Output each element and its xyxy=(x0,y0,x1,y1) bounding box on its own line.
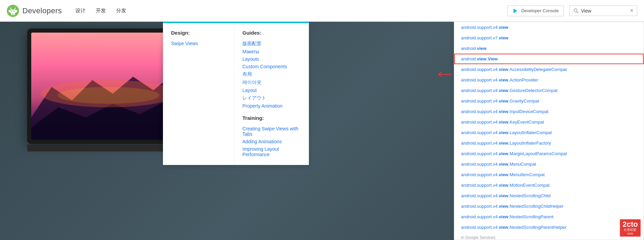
result-item-17[interactable]: android.support.v4.view.NestedScrollingC… xyxy=(454,201,644,211)
search-results-panel: android.support.v4.view android.support.… xyxy=(454,22,644,240)
result-item-15[interactable]: android.support.v4.view.MotionEventCompa… xyxy=(454,180,644,190)
result-item-3-highlighted[interactable]: android.view.View xyxy=(454,54,644,64)
svg-point-2 xyxy=(11,11,13,12)
watermark-sub-1: 红客联盟 xyxy=(623,228,638,232)
svg-point-13 xyxy=(574,9,577,12)
guides-item-8[interactable]: Property Animation xyxy=(242,102,300,110)
close-search-button[interactable]: × xyxy=(630,7,633,14)
svg-line-14 xyxy=(577,12,578,13)
design-column-header: Design: xyxy=(171,30,226,36)
site-title: Developers xyxy=(22,6,62,15)
result-item-4[interactable]: android.support.v4.view.AccessibilityDel… xyxy=(454,64,644,75)
result-item-18[interactable]: android.support.v4.view.NestedScrollingP… xyxy=(454,211,644,222)
result-item-10[interactable]: android.support.v4.view.LayoutInflaterCo… xyxy=(454,127,644,138)
svg-rect-11 xyxy=(13,13,15,15)
dropdown-menu: Design: Swipe Views Guides: 版面配置 Макеты … xyxy=(163,22,309,165)
dev-console-button[interactable]: Developer Console xyxy=(507,5,564,16)
result-item-0[interactable]: android.support.v4.view xyxy=(454,22,644,33)
svg-point-3 xyxy=(14,11,15,12)
main-area: Design: Swipe Views Guides: 版面配置 Макеты … xyxy=(0,22,644,240)
header-right: Developer Console × xyxy=(507,5,637,16)
main-nav: 设计 开发 分发 xyxy=(75,6,126,15)
guides-column: Guides: 版面配置 Макеты Layouts Custom Compo… xyxy=(234,23,309,165)
guides-item-5[interactable]: 레이아웃 xyxy=(242,78,300,87)
svg-point-7 xyxy=(15,7,16,8)
logo-area: Developers xyxy=(7,5,62,17)
design-column: Design: Swipe Views xyxy=(163,23,234,165)
svg-point-6 xyxy=(10,7,11,8)
search-input[interactable] xyxy=(581,8,628,14)
google-services-section-header: in Google Services: xyxy=(454,233,644,240)
result-item-19[interactable]: android.support.v4.view.NestedScrollingP… xyxy=(454,222,644,233)
search-icon xyxy=(573,8,579,14)
guides-item-3[interactable]: Custom Components xyxy=(242,63,300,70)
watermark-main: 2cto xyxy=(623,221,638,228)
nav-design[interactable]: 设计 xyxy=(75,6,86,15)
svg-rect-1 xyxy=(10,10,16,13)
watermark-sub-2: com xyxy=(623,232,638,235)
result-item-2[interactable]: android.view xyxy=(454,43,644,54)
svg-rect-9 xyxy=(16,10,17,12)
guides-item-4[interactable]: 布局 xyxy=(242,70,300,78)
training-column-header: Training: xyxy=(242,115,300,121)
svg-rect-10 xyxy=(11,13,13,15)
result-item-14[interactable]: android.support.v4.view.MenuItemCompat xyxy=(454,169,644,180)
search-box: × xyxy=(569,5,637,16)
result-item-1[interactable]: android.support.v7.view xyxy=(454,33,644,43)
training-section: Training: Creating Swipe Views with Tabs… xyxy=(242,115,300,158)
training-item-0[interactable]: Creating Swipe Views with Tabs xyxy=(242,125,300,138)
android-logo-icon xyxy=(7,5,19,17)
arrow-icon xyxy=(436,69,453,79)
svg-point-19 xyxy=(58,87,160,104)
guides-item-1[interactable]: Макеты xyxy=(242,48,300,55)
guides-item-7[interactable]: レイアウト xyxy=(242,94,300,102)
guides-item-0[interactable]: 版面配置 xyxy=(242,40,300,48)
play-store-icon xyxy=(512,8,518,14)
result-item-13[interactable]: android.support.v4.view.MenuCompat xyxy=(454,159,644,169)
result-item-16[interactable]: android.support.v4.view.NestedScrollingC… xyxy=(454,190,644,201)
guides-column-header: Guides: xyxy=(242,30,300,36)
result-item-6[interactable]: android.support.v4.view.GestureDetectorC… xyxy=(454,85,644,96)
result-item-8[interactable]: android.support.v4.view.InputDeviceCompa… xyxy=(454,106,644,117)
nav-distribute[interactable]: 分发 xyxy=(116,6,126,15)
guides-item-6[interactable]: Layout xyxy=(242,87,300,94)
watermark: 2cto 红客联盟 com xyxy=(620,219,641,237)
result-item-5[interactable]: android.support.v4.view.ActionProvider xyxy=(454,75,644,85)
header: Developers 设计 开发 分发 Developer Console × xyxy=(0,0,644,22)
result-item-7[interactable]: android.support.v4.view.GravityCompat xyxy=(454,96,644,106)
svg-rect-8 xyxy=(8,10,10,12)
guides-item-2[interactable]: Layouts xyxy=(242,55,300,63)
training-item-1[interactable]: Adding Animations xyxy=(242,138,300,145)
dev-console-label: Developer Console xyxy=(521,8,559,13)
result-item-9[interactable]: android.support.v4.view.KeyEventCompat xyxy=(454,117,644,127)
result-item-11[interactable]: android.support.v4.view.LayoutInflaterFa… xyxy=(454,138,644,148)
arrow-pointer xyxy=(436,69,453,81)
result-item-12[interactable]: android.support.v4.view.MarginLayoutPara… xyxy=(454,148,644,159)
design-swipe-views-link[interactable]: Swipe Views xyxy=(171,40,226,47)
svg-marker-12 xyxy=(514,8,517,13)
training-item-2[interactable]: Improving Layout Performance xyxy=(242,145,300,158)
nav-develop[interactable]: 开发 xyxy=(96,6,106,15)
